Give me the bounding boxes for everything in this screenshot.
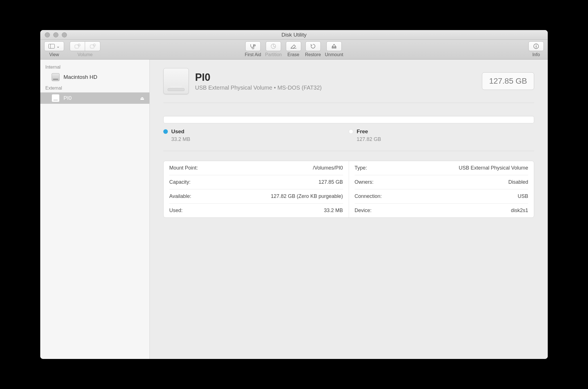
- divider: [163, 151, 534, 151]
- external-drive-icon: [52, 94, 60, 102]
- sidebar-item-pi0[interactable]: PI0 ⏏: [40, 92, 149, 104]
- detail-row: Owners:Disabled: [355, 175, 528, 189]
- detail-row: Used:33.2 MB: [169, 204, 343, 217]
- restore-button[interactable]: [305, 41, 321, 51]
- first-aid-button[interactable]: [245, 41, 261, 51]
- eject-icon[interactable]: ⏏: [140, 96, 144, 101]
- sidebar-icon: [48, 44, 55, 48]
- divider: [163, 103, 534, 103]
- window-title: Disk Utility: [40, 32, 548, 38]
- chevron-down-icon: ⌄: [56, 44, 60, 48]
- hard-drive-icon: [52, 73, 60, 81]
- detail-row: Type:USB External Physical Volume: [355, 161, 528, 175]
- info-button[interactable]: [528, 41, 544, 51]
- toolbar-group-volume: Volume: [70, 41, 100, 57]
- eject-icon: [331, 44, 337, 49]
- partition-label: Partition: [265, 52, 282, 57]
- sidebar: Internal Macintosh HD External PI0 ⏏: [40, 60, 150, 359]
- svg-rect-0: [49, 44, 55, 48]
- details-col-right: Type:USB External Physical Volume Owners…: [349, 161, 534, 217]
- remove-volume-icon: [90, 44, 96, 49]
- usage-legend: Used 33.2 MB Free 127.82 GB: [163, 128, 534, 142]
- toolbar-center: First Aid Partition Erase Restore: [245, 41, 343, 57]
- sidebar-item-label: Macintosh HD: [64, 74, 97, 80]
- partition-icon: [270, 43, 276, 49]
- erase-label: Erase: [287, 52, 299, 57]
- detail-row: Available:127.82 GB (Zero KB purgeable): [169, 189, 343, 204]
- used-label: Used: [171, 128, 184, 135]
- restore-icon: [310, 43, 316, 49]
- sidebar-item-macintosh-hd[interactable]: Macintosh HD: [40, 71, 149, 83]
- details-table: Mount Point:/Volumes/PI0 Capacity:127.85…: [163, 161, 534, 218]
- used-dot-icon: [163, 129, 168, 134]
- restore-label: Restore: [305, 52, 321, 57]
- erase-icon: [290, 44, 297, 49]
- unmount-button[interactable]: [326, 41, 342, 51]
- view-label: View: [49, 52, 59, 57]
- details-col-left: Mount Point:/Volumes/PI0 Capacity:127.85…: [164, 161, 349, 217]
- sidebar-item-label: PI0: [64, 95, 72, 101]
- volume-header: PI0 USB External Physical Volume • MS-DO…: [163, 68, 534, 94]
- free-label: Free: [357, 128, 368, 135]
- detail-row: Capacity:127.85 GB: [169, 175, 343, 189]
- svg-rect-6: [90, 45, 94, 48]
- volume-label: Volume: [77, 52, 92, 57]
- first-aid-label: First Aid: [245, 52, 261, 57]
- used-value: 33.2 MB: [171, 136, 349, 142]
- stethoscope-icon: [249, 43, 256, 49]
- add-volume-icon: [74, 44, 81, 49]
- info-label: Info: [532, 52, 540, 57]
- capacity-box: 127.85 GB: [482, 72, 534, 90]
- svg-point-9: [254, 45, 255, 46]
- free-dot-icon: [349, 129, 353, 134]
- free-value: 127.82 GB: [357, 136, 534, 142]
- partition-button: [266, 41, 281, 51]
- add-volume-button: [70, 41, 85, 51]
- usage-bar: [163, 116, 534, 123]
- svg-rect-2: [75, 45, 79, 48]
- sidebar-header-internal: Internal: [40, 62, 149, 71]
- remove-volume-button: [85, 41, 100, 51]
- view-button[interactable]: ⌄: [44, 41, 64, 51]
- svg-rect-14: [332, 47, 336, 48]
- sidebar-header-external: External: [40, 83, 149, 92]
- detail-row: Mount Point:/Volumes/PI0: [169, 161, 343, 175]
- body: Internal Macintosh HD External PI0 ⏏ PI0…: [40, 60, 548, 359]
- toolbar-group-view: ⌄ View: [44, 41, 64, 57]
- detail-row: Connection:USB: [355, 189, 528, 204]
- app-window: Disk Utility ⌄ View Volume: [40, 30, 548, 359]
- toolbar-group-info: Info: [528, 41, 544, 57]
- volume-name: PI0: [195, 71, 322, 83]
- unmount-label: Unmount: [325, 52, 343, 57]
- detail-row: Device:disk2s1: [355, 204, 528, 217]
- svg-rect-17: [536, 46, 536, 48]
- main-content: PI0 USB External Physical Volume • MS-DO…: [150, 60, 548, 359]
- svg-line-12: [273, 46, 275, 47]
- svg-point-16: [536, 45, 536, 45]
- volume-subtitle: USB External Physical Volume • MS-DOS (F…: [195, 84, 322, 91]
- erase-button[interactable]: [286, 41, 301, 51]
- toolbar: ⌄ View Volume First Aid: [40, 40, 548, 60]
- volume-icon: [163, 68, 189, 94]
- titlebar: Disk Utility: [40, 30, 548, 40]
- info-icon: [533, 43, 539, 49]
